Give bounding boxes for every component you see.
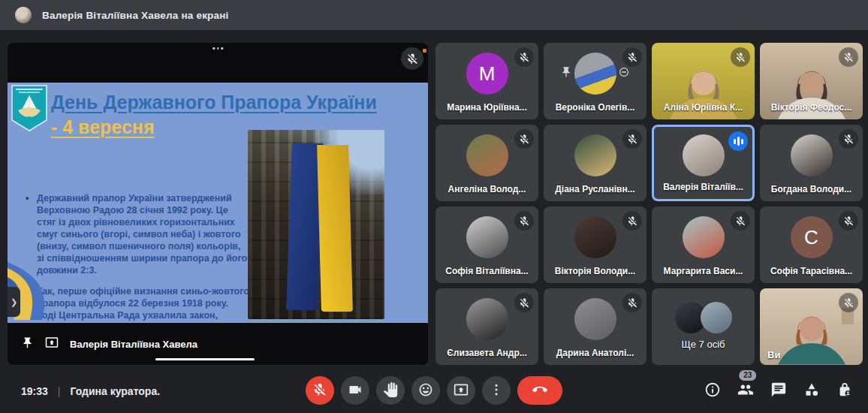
participant-name: Ви — [767, 349, 860, 360]
camera-button[interactable] — [341, 376, 369, 405]
participant-name: Аліна Юріївна К... — [655, 102, 752, 113]
avatar — [466, 134, 508, 176]
participant-name: Марина Юріївна... — [439, 102, 535, 113]
videocam-icon — [348, 382, 363, 399]
mic-off-icon — [514, 293, 534, 312]
presenting-banner: Валерія Віталіївна Хавела на екрані — [0, 0, 868, 30]
university-crest-icon — [11, 85, 47, 134]
participant-tile[interactable]: Аліна Юріївна К... — [652, 43, 755, 119]
participant-tile[interactable]: Єлизавета Андр... — [436, 288, 538, 365]
participant-tile[interactable]: Богдана Володи... — [760, 125, 863, 201]
slide-prev-tab[interactable]: ❯ — [8, 287, 20, 317]
avatar — [701, 302, 732, 333]
people-icon — [737, 381, 754, 401]
tile-options-icon[interactable] — [212, 47, 223, 50]
slide-title-line1: День Державного Прапора України — [51, 90, 377, 115]
speaking-indicator-icon — [728, 131, 748, 151]
participant-name: Валерія Віталіїв... — [657, 182, 749, 192]
mic-off-icon — [514, 129, 534, 149]
mic-off-icon — [731, 211, 750, 231]
participant-name: Софія Віталіївна... — [439, 266, 535, 276]
scrub-bar[interactable] — [155, 358, 255, 360]
participant-tile[interactable]: CСофія Тарасівна... — [760, 206, 863, 283]
host-controls-button[interactable] — [836, 381, 853, 401]
participant-tile[interactable]: Софія Віталіївна... — [436, 206, 538, 283]
pin-icon[interactable] — [21, 336, 34, 352]
mic-off-icon — [731, 47, 750, 67]
mic-off-icon — [622, 47, 642, 67]
participant-name: Ангеліна Волод... — [439, 184, 535, 194]
presenter-avatar — [15, 7, 32, 23]
meeting-details-button[interactable] — [704, 381, 721, 401]
participant-name: Дарина Анатолі... — [547, 348, 643, 358]
end-call-button[interactable] — [517, 376, 562, 405]
present-icon — [454, 382, 469, 399]
participant-tile[interactable]: Ангеліна Волод... — [436, 125, 538, 201]
meet-window: Валерія Віталіївна Хавела на екрані День… — [0, 0, 868, 413]
participant-tile[interactable]: Дарина Анатолі... — [544, 288, 646, 365]
flag-ribbon-decoration — [8, 241, 98, 323]
participant-name: Маргарита Васи... — [655, 266, 752, 276]
participant-tile[interactable]: Вікторія Володи... — [544, 206, 646, 283]
participant-tile[interactable]: MМарина Юріївна... — [436, 43, 538, 119]
participant-tile[interactable]: Ще 7 осіб — [652, 288, 755, 365]
clock-time: 19:33 — [21, 385, 48, 397]
mic-off-icon — [839, 293, 858, 312]
flag-building-photo — [248, 130, 384, 319]
participant-tile[interactable]: Ви — [760, 288, 863, 365]
pin-icon — [560, 66, 572, 81]
meeting-info: 19:33 | Година куратора. — [21, 385, 160, 397]
panel-buttons: 23 — [704, 381, 853, 401]
host-lock-icon — [836, 381, 853, 401]
present-to-all-icon — [45, 336, 59, 352]
avatar — [466, 216, 508, 258]
mic-off-icon — [622, 129, 642, 149]
raise-hand-button[interactable] — [376, 376, 405, 405]
chat-button[interactable] — [770, 381, 787, 401]
mic-off-icon — [839, 211, 858, 231]
call-controls — [306, 376, 562, 405]
mic-off-icon — [514, 211, 534, 231]
participant-tile[interactable]: Валерія Віталіїв... — [652, 125, 755, 201]
activities-button[interactable] — [803, 381, 820, 401]
participant-tile[interactable]: Маргарита Васи... — [652, 206, 755, 283]
participant-tile[interactable]: Діана Русланівн... — [544, 125, 646, 201]
recording-dot-icon — [423, 49, 426, 53]
bottom-bar: 19:33 | Година куратора. 23 — [0, 365, 868, 413]
smiley-icon — [418, 382, 433, 399]
participant-name: Вероніка Олегів... — [547, 102, 643, 113]
avatar — [574, 216, 616, 258]
avatar: M — [466, 53, 508, 95]
avatar — [683, 216, 725, 258]
avatar — [466, 298, 508, 340]
participant-name: Діана Русланівн... — [547, 184, 643, 194]
participant-tile[interactable]: Вероніка Олегів... — [544, 43, 646, 119]
more-vert-icon — [489, 382, 504, 399]
slide: День Державного Прапора України - 4 вере… — [8, 83, 428, 323]
participant-name: Вікторія Феодос... — [763, 102, 860, 113]
presenter-name: Валерія Віталіївна Хавела — [70, 339, 197, 350]
participant-name: Єлизавета Андр... — [439, 348, 535, 358]
participant-tile[interactable]: Вікторія Феодос... — [760, 43, 863, 119]
shared-screen-tile[interactable]: День Державного Прапора України - 4 вере… — [8, 43, 428, 365]
people-button[interactable]: 23 — [737, 381, 754, 401]
participant-name: Ще 7 осіб — [655, 339, 752, 350]
mic-off-icon — [839, 129, 858, 149]
participant-name: Вікторія Володи... — [547, 266, 643, 276]
mic-off-icon — [622, 211, 642, 231]
mic-off-icon — [839, 47, 858, 67]
mic-off-icon — [312, 382, 327, 399]
hand-icon — [383, 382, 398, 399]
do-not-disturb-icon — [618, 66, 630, 81]
reactions-button[interactable] — [411, 376, 440, 405]
more-options-button[interactable] — [482, 376, 511, 405]
divider: | — [58, 385, 61, 397]
participant-count-badge: 23 — [739, 370, 756, 381]
activities-icon — [803, 381, 820, 401]
chat-icon — [770, 381, 787, 401]
avatar: C — [791, 216, 833, 258]
avatar — [574, 298, 616, 340]
microphone-off-button[interactable] — [306, 376, 334, 405]
avatar — [791, 134, 833, 176]
present-button[interactable] — [447, 376, 475, 405]
